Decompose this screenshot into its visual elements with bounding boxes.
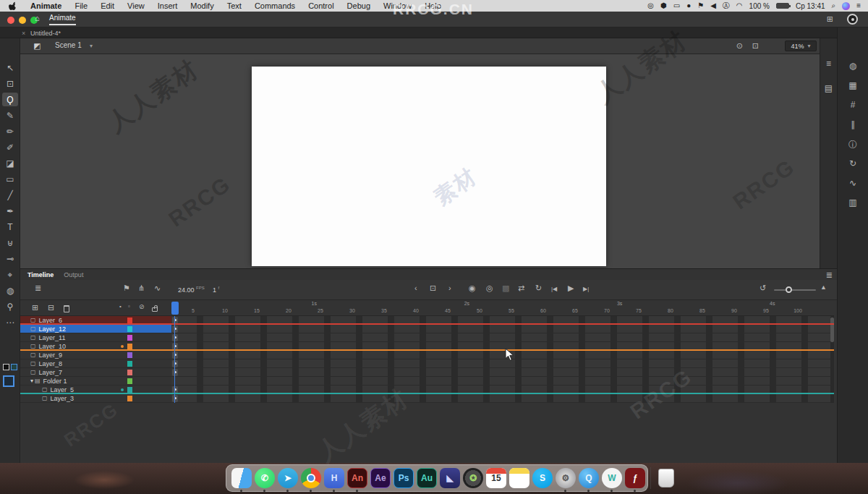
document-tab[interactable]: Untitled-4*: [30, 30, 61, 37]
fill-color-swatch[interactable]: [11, 364, 17, 370]
zoom-tool[interactable]: ⚲: [2, 299, 18, 313]
scroll-thumb[interactable]: [830, 318, 834, 342]
layers-icon[interactable]: ≣: [35, 284, 41, 293]
dock-quicktime[interactable]: Q: [578, 467, 600, 489]
scene-breadcrumb[interactable]: Scene 1: [55, 41, 82, 49]
layer-outline-color-swatch[interactable]: [127, 352, 132, 358]
layer-outline-color-swatch[interactable]: [127, 326, 132, 332]
text-tool[interactable]: T: [2, 220, 18, 234]
paint-brush-tool[interactable]: ✐: [2, 140, 18, 154]
menu-item-edit[interactable]: Edit: [94, 1, 121, 10]
layer-row-layer_3[interactable]: ▾ ▢ Layer_3: [20, 394, 834, 403]
layer-name[interactable]: Layer_3: [51, 395, 75, 402]
fps-display[interactable]: 24.00 FPS: [178, 286, 205, 294]
siri-icon[interactable]: [842, 2, 850, 10]
layer-name[interactable]: Layer_7: [39, 369, 63, 376]
control-center-icon[interactable]: ≡: [856, 0, 861, 12]
pasteboard[interactable]: [20, 54, 837, 268]
parenting-icon[interactable]: ⋔: [138, 284, 145, 293]
dock-app-dial[interactable]: ✪: [462, 467, 484, 489]
keyframe-cell[interactable]: [172, 334, 178, 341]
stroke-color-swatch[interactable]: [3, 364, 9, 370]
dock-app-pyramid[interactable]: ◣: [439, 467, 461, 489]
step-forward-button[interactable]: ›: [448, 284, 451, 292]
layer-name-cell[interactable]: ▾ ▤ Folder 1: [20, 377, 171, 386]
history-icon[interactable]: ↻: [838, 158, 868, 169]
menu-item-help[interactable]: Help: [418, 1, 448, 10]
lock-all-icon[interactable]: [152, 307, 158, 312]
layer-frames-track[interactable]: [171, 359, 834, 368]
keyframe-cell[interactable]: [172, 352, 178, 359]
timeline-zoom-max-icon[interactable]: ▲: [820, 284, 827, 291]
timeline-tab-output[interactable]: Output: [64, 271, 83, 278]
folder-disclosure-icon[interactable]: ▾: [30, 378, 33, 384]
camera-status-icon[interactable]: ◎: [647, 0, 654, 12]
active-color-box[interactable]: [3, 375, 14, 387]
classic-brush-tool[interactable]: ✏: [2, 124, 18, 138]
paint-bucket-tool[interactable]: ⊎: [2, 236, 18, 250]
modify-markers-button[interactable]: ⇄: [518, 284, 524, 293]
new-layer-button[interactable]: ⊞: [32, 303, 38, 312]
graph-panel-icon[interactable]: ∿: [838, 178, 868, 188]
timeline-zoom-knob[interactable]: [786, 286, 792, 293]
camera-icon[interactable]: ⚑: [123, 284, 130, 293]
edit-multiple-frames-button[interactable]: ▩: [502, 284, 509, 293]
dock-audition[interactable]: Au: [416, 467, 438, 489]
graph-editor-icon[interactable]: ∿: [154, 284, 161, 293]
playhead[interactable]: [171, 302, 179, 315]
eyedropper-tool[interactable]: ⊸: [2, 252, 18, 265]
layer-outline-color-swatch[interactable]: [127, 318, 132, 323]
pen-tool[interactable]: ✒: [2, 204, 18, 218]
dock-notes[interactable]: [509, 467, 530, 489]
dock-photoshop[interactable]: Ps: [393, 467, 414, 489]
menu-item-insert[interactable]: Insert: [151, 1, 184, 10]
layer-row-layer_9[interactable]: ▾ ▢ Layer_9: [20, 351, 834, 359]
step-forward-end-button[interactable]: ▶|: [583, 286, 589, 292]
layer-row-layer_7[interactable]: ▾ ▢ Layer_7: [20, 368, 834, 377]
stage-canvas[interactable]: [252, 67, 606, 266]
timeline-ruler[interactable]: 5101520253035404550556065707580859095100…: [171, 300, 834, 316]
width-tool[interactable]: ◍: [2, 284, 18, 297]
layer-frames-track[interactable]: [171, 377, 834, 386]
menu-item-file[interactable]: File: [68, 1, 94, 10]
layer-outline-color-swatch[interactable]: [127, 387, 132, 393]
rewind-button[interactable]: |◀: [551, 286, 557, 292]
current-frame[interactable]: 1 f: [213, 286, 219, 294]
dock-calendar[interactable]: 15: [485, 467, 507, 489]
layer-name[interactable]: Layer_9: [39, 352, 63, 359]
layer-row-folder-1[interactable]: ▾ ▤ Folder 1: [20, 377, 834, 386]
asset-ball-icon[interactable]: ◍: [838, 61, 868, 71]
timeline-tab-timeline[interactable]: Timeline: [27, 271, 54, 278]
zoom-select[interactable]: 41% ▾: [785, 41, 817, 51]
swatches-icon[interactable]: ▦: [838, 80, 868, 90]
panel-menu-icon[interactable]: ≣: [826, 271, 833, 280]
apple-menu[interactable]: [9, 1, 17, 11]
layer-frames-track[interactable]: [171, 325, 834, 333]
menu-item-commands[interactable]: Commands: [248, 1, 302, 10]
layer-frames-track[interactable]: [171, 394, 834, 403]
delete-layer-button[interactable]: [64, 305, 69, 312]
layer-name-cell[interactable]: ▾ ▢ Layer_8: [20, 359, 171, 368]
workspace-icon[interactable]: ⊞: [827, 14, 833, 24]
menubar-clock[interactable]: Cp 13:41: [796, 2, 825, 10]
keyframe-cell[interactable]: [172, 325, 178, 333]
layer-outline-color-swatch[interactable]: [127, 344, 132, 349]
loop-button[interactable]: ↻: [535, 284, 542, 293]
keyframe-cell[interactable]: [172, 360, 178, 367]
doc-close-icon[interactable]: ×: [22, 30, 25, 37]
layer-name-cell[interactable]: ▾ ▢ Layer_7: [20, 368, 171, 377]
volume-icon[interactable]: ◀: [710, 0, 716, 12]
menu-item-control[interactable]: Control: [302, 1, 340, 10]
dock-skype[interactable]: S: [532, 467, 553, 489]
clip-frame-icon[interactable]: ⊡: [752, 41, 759, 51]
subselection-tool[interactable]: ⊡: [2, 77, 18, 90]
input-source-icon[interactable]: Ⓐ: [723, 0, 730, 12]
reset-timeline-zoom-icon[interactable]: ↺: [760, 284, 766, 293]
layer-row-layer_10[interactable]: ▾ ▢ Layer_10: [20, 342, 834, 351]
timeline-zoom-slider[interactable]: [774, 289, 816, 291]
onion-skin-button[interactable]: ◉: [469, 284, 476, 293]
home-icon[interactable]: ⌂: [35, 14, 40, 22]
camera-column-icon[interactable]: ▫: [128, 303, 130, 310]
menu-item-modify[interactable]: Modify: [184, 1, 220, 10]
layer-row-layer_5[interactable]: ▾ ▢ Layer_5: [20, 386, 834, 394]
